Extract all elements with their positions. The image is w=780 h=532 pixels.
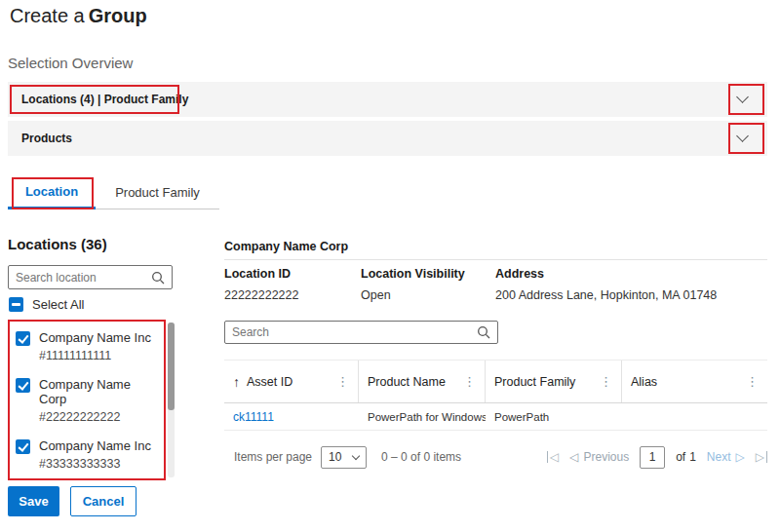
list-item[interactable]: Company Name Inc #11111111111 (10, 323, 164, 369)
field-label: Location Visibility (361, 267, 465, 281)
chevron-down-glyph (736, 91, 749, 103)
chevron-down-icon[interactable] (732, 129, 752, 148)
chevron-down-icon (352, 451, 360, 459)
field-label: Address (495, 267, 717, 281)
locations-count-heading: Locations (36) (8, 236, 107, 252)
previous-label: Previous (583, 450, 629, 464)
page-title-bold: Group (89, 5, 147, 26)
location-id: #33333333333 (39, 457, 151, 471)
next-triangle-icon: ▷ (736, 450, 745, 464)
chevron-down-icon[interactable] (732, 90, 752, 109)
location-search-box (8, 265, 173, 289)
tab-product-family[interactable]: Product Family (96, 176, 219, 209)
pagination-range: 0 – 0 of 0 items (381, 450, 461, 464)
location-id: #22222222222 (39, 410, 160, 424)
location-search-input[interactable] (16, 271, 151, 285)
select-all-label: Select All (32, 297, 84, 312)
location-name: Company Name Corp (39, 377, 160, 406)
field-address: Address 200 Address Lane, Hopkinton, MA … (495, 267, 717, 302)
asset-search-box (224, 321, 498, 344)
location-checkbox[interactable] (16, 331, 30, 346)
search-icon (151, 271, 165, 285)
field-value: Open (361, 288, 465, 302)
last-page-icon[interactable]: ▷ (756, 451, 767, 463)
column-header-product-family[interactable]: Product Family ⋮ (486, 361, 622, 402)
field-value: 200 Address Lane, Hopkinton, MA 01748 (495, 288, 717, 302)
save-button[interactable]: Save (8, 486, 59, 516)
product-family-cell: PowerPath (486, 411, 622, 423)
tab-bar: Location Product Family (8, 176, 219, 209)
chevron-down-glyph (736, 130, 749, 142)
field-value: 22222222222 (224, 288, 298, 302)
field-location-visibility: Location Visibility Open (361, 267, 465, 302)
create-group-page: Create aGroup Selection Overview Locatio… (0, 0, 780, 532)
total-pages: 1 (689, 450, 696, 464)
column-header-asset-id[interactable]: ↑ Asset ID ⋮ (224, 361, 359, 402)
column-menu-icon[interactable]: ⋮ (746, 374, 759, 389)
page-of-label: of 1 (676, 450, 696, 464)
product-name-cell: PowerPath for Windows (359, 411, 486, 423)
items-per-page-value: 10 (329, 450, 341, 464)
select-all-checkbox[interactable] (9, 297, 23, 312)
field-location-id: Location ID 22222222222 (224, 267, 298, 302)
page-number-input[interactable] (640, 446, 665, 469)
location-name: Company Name Inc (39, 438, 151, 453)
asset-id-cell: ck11111 (224, 410, 359, 424)
location-text: Company Name Inc #33333333333 (39, 438, 151, 471)
page-title: Create aGroup (10, 5, 147, 27)
column-label: Product Name (368, 375, 446, 389)
column-menu-icon[interactable]: ⋮ (336, 374, 349, 389)
items-per-page-label: Items per page (234, 450, 312, 464)
cancel-button[interactable]: Cancel (70, 486, 136, 516)
asset-search-input[interactable] (232, 325, 477, 339)
column-menu-icon[interactable]: ⋮ (463, 374, 476, 389)
column-header-product-name[interactable]: Product Name ⋮ (359, 361, 486, 402)
column-menu-icon[interactable]: ⋮ (600, 374, 612, 389)
scrollbar-thumb[interactable] (168, 323, 175, 410)
table-row: ck11111 PowerPath for Windows PowerPath (224, 403, 767, 431)
sort-ascending-icon[interactable]: ↑ (233, 374, 240, 390)
column-label: Alias (631, 375, 657, 389)
asset-id-link[interactable]: ck11111 (233, 410, 274, 424)
items-per-page-select[interactable]: 10 (321, 446, 367, 469)
table-header: ↑ Asset ID ⋮ Product Name ⋮ Product Fami… (224, 360, 767, 403)
assets-table: ↑ Asset ID ⋮ Product Name ⋮ Product Fami… (224, 360, 767, 431)
divider (224, 259, 767, 260)
location-text: Company Name Corp #22222222222 (39, 377, 160, 424)
column-header-alias[interactable]: Alias ⋮ (622, 361, 767, 402)
previous-triangle-icon: ◁ (569, 450, 578, 464)
location-id: #11111111111 (39, 349, 151, 362)
tab-product-family-label: Product Family (115, 185, 200, 200)
location-text: Company Name Inc #11111111111 (39, 330, 151, 362)
column-label: Product Family (494, 375, 575, 389)
locations-list: Company Name Inc #11111111111 Company Na… (10, 323, 164, 477)
accordion-locations-label: Locations (4) | Product Family (21, 93, 188, 106)
tab-location-label: Location (25, 184, 78, 199)
company-heading: Company Name Corp (224, 240, 348, 253)
location-checkbox[interactable] (16, 439, 30, 454)
selection-overview-heading: Selection Overview (8, 55, 133, 71)
accordion-products-label: Products (21, 132, 72, 145)
location-checkbox[interactable] (16, 378, 30, 393)
next-page-button[interactable]: Next ▷ (707, 450, 745, 464)
tab-location[interactable]: Location (8, 176, 96, 209)
column-label: Asset ID (247, 375, 292, 389)
field-label: Location ID (224, 267, 298, 281)
accordion-locations[interactable]: Locations (4) | Product Family (8, 82, 767, 117)
search-icon (477, 325, 490, 339)
first-page-icon[interactable]: ◁ (547, 451, 559, 463)
list-scrollbar[interactable] (168, 323, 175, 477)
pagination-controls: ◁ ◁ Previous of 1 Next ▷ ▷ (547, 446, 767, 469)
select-all-row[interactable]: Select All (9, 297, 84, 312)
location-name: Company Name Inc (39, 330, 151, 345)
list-item[interactable]: Company Name Inc #33333333333 (10, 431, 164, 477)
of-text: of (676, 450, 685, 464)
pagination-bar: Items per page 10 0 – 0 of 0 items ◁ ◁ P… (224, 442, 767, 472)
list-item[interactable]: Company Name Corp #22222222222 (10, 369, 164, 431)
previous-page-button[interactable]: ◁ Previous (569, 450, 629, 464)
accordion-products[interactable]: Products (8, 121, 767, 156)
next-label: Next (707, 450, 731, 464)
page-title-regular: Create a (10, 5, 85, 26)
